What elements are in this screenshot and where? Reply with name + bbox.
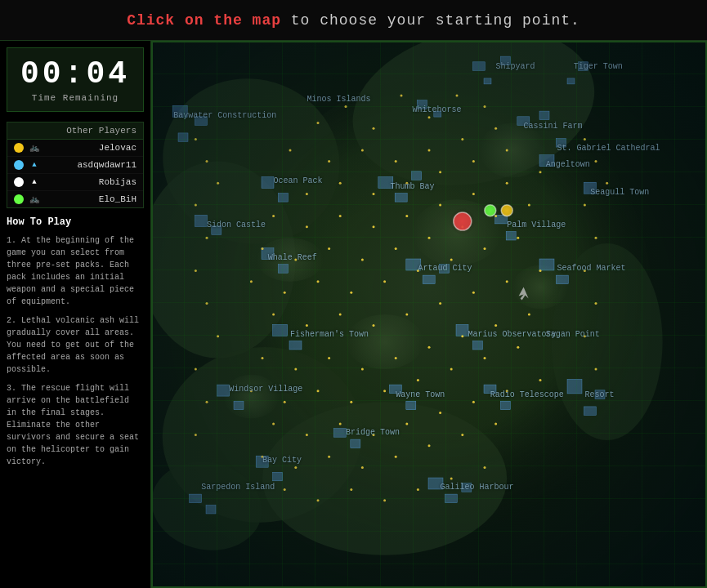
player-name: Jelovac [43, 143, 136, 153]
howto-step: 3. The rescue flight will arrive on the … [7, 382, 144, 468]
map-grid-overlay [151, 41, 707, 588]
player-row: ▲asdqwdawr11 [7, 157, 143, 174]
player-color-indicator [14, 194, 24, 204]
players-section: Other Players 🚲Jelovac▲asdqwdawr11▲Robij… [7, 122, 144, 208]
timer-section: 00:04 Time Remaining [7, 47, 144, 112]
arrow-up-icon: ▲ [29, 159, 40, 171]
player-name: asdqwdawr11 [43, 160, 136, 170]
player-name: Robijas [43, 177, 136, 187]
players-header: Other Players [7, 122, 143, 140]
player-row: 🚲Elo_BiH [7, 191, 143, 207]
timer-label: Time Remaining [16, 93, 135, 103]
map-area[interactable] [151, 41, 707, 588]
bike-icon: 🚲 [29, 142, 40, 154]
howto-step: 1. At the beginning of the game you can … [7, 234, 144, 308]
player-color-indicator [14, 143, 24, 153]
player-color-indicator [14, 160, 24, 170]
howto-step: 2. Lethal volcanic ash will gradually co… [7, 314, 144, 376]
left-panel: 00:04 Time Remaining Other Players 🚲Jelo… [0, 41, 151, 588]
player-row: 🚲Jelovac [7, 140, 143, 157]
howto-title: How To Play [7, 216, 144, 228]
player-color-indicator [14, 177, 24, 187]
bike-icon: 🚲 [29, 194, 40, 205]
arrow-up-icon: ▲ [29, 176, 40, 188]
howto-section: How To Play 1. At the beginning of the g… [7, 216, 144, 583]
header-bar: Click on the map to choose your starting… [0, 0, 707, 41]
players-list: 🚲Jelovac▲asdqwdawr11▲Robijas🚲Elo_BiH [7, 140, 143, 207]
header-text: Click on the map to choose your starting… [127, 12, 580, 29]
timer-display: 00:04 [16, 56, 135, 91]
header-highlight: Click on the map [127, 12, 281, 29]
player-name: Elo_BiH [43, 194, 136, 204]
player-row: ▲Robijas [7, 174, 143, 191]
howto-text: 1. At the beginning of the game you can … [7, 234, 144, 468]
